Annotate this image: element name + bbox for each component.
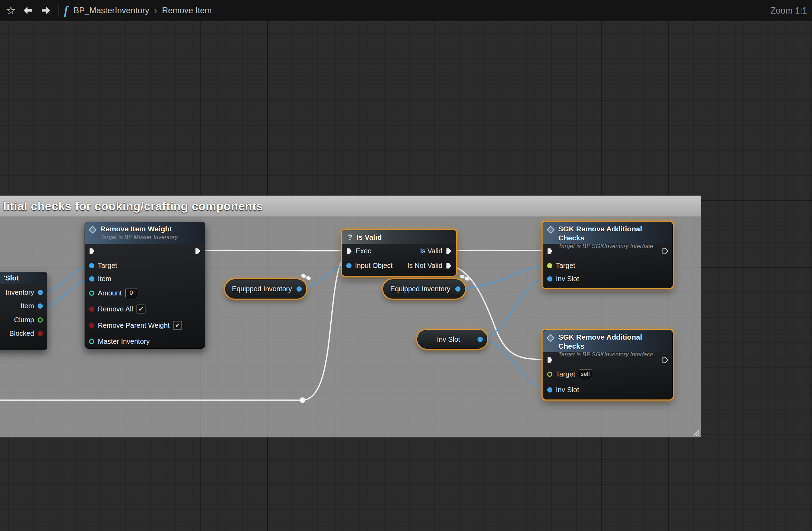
toolbar: ☆ f BP_MasterInventory › Remove Item Zoo… <box>0 0 812 21</box>
object-pin[interactable] <box>89 263 94 268</box>
pin-blocked[interactable]: Blocked <box>9 328 43 339</box>
remove-all-checkbox[interactable]: ✔ <box>136 304 145 314</box>
self-value-box[interactable]: self <box>579 369 592 379</box>
node-title: SGK Remove Additional Checks <box>558 333 668 351</box>
pin-inv-slot[interactable]: Inv Slot <box>547 274 579 284</box>
node-remove-item-weight[interactable]: Remove Item Weight Target is BP Master I… <box>85 222 205 349</box>
node-subtitle: Target is BP SGKInventory Interface <box>558 243 668 250</box>
back-arrow-icon <box>23 6 33 15</box>
float-pin[interactable] <box>38 317 43 323</box>
amount-value-input[interactable]: 0 <box>125 288 137 298</box>
toolbar-divider <box>58 4 59 17</box>
object-pin[interactable] <box>297 286 302 292</box>
exec-out-pin[interactable] <box>662 355 668 365</box>
node-inv-slot[interactable]: Inv Slot <box>417 330 487 349</box>
pin-remove-parent-weight[interactable]: Remove Parent Weight ✔ <box>89 320 182 331</box>
pin-input-object[interactable]: Input Object <box>346 260 393 271</box>
node-subtitle: Target is BP SGKInventory Interface <box>558 351 668 358</box>
function-diamond-icon <box>547 334 555 342</box>
node-title: Is Valid <box>356 233 381 242</box>
bool-pin[interactable] <box>89 323 94 328</box>
pin-is-valid[interactable]: Is Valid <box>420 246 452 256</box>
back-button[interactable] <box>19 2 37 18</box>
pin-inventory[interactable]: Inventory <box>6 287 43 298</box>
object-pin[interactable] <box>38 303 43 309</box>
node-equipped-inventory-2[interactable]: Equipped Inventory <box>383 279 465 299</box>
bool-pin[interactable] <box>89 307 94 312</box>
exec-out-pin[interactable] <box>195 246 201 256</box>
pin-remove-all[interactable]: Remove All ✔ <box>89 304 145 314</box>
struct-pin[interactable] <box>89 339 94 344</box>
pin-amount[interactable]: Amount 0 <box>89 288 137 298</box>
interface-pin[interactable] <box>547 263 552 268</box>
comment-header[interactable]: litial checks for cooking/crafting compo… <box>0 196 701 216</box>
exec-in-pin[interactable] <box>89 246 95 256</box>
pin-exec[interactable]: Exec <box>346 246 371 256</box>
interface-pin[interactable] <box>547 372 552 377</box>
node-equipped-inventory-1[interactable]: Equipped Inventory <box>225 279 306 299</box>
node-title: SGK Remove Additional Checks <box>558 224 668 243</box>
node-sgk-remove-additional-checks-1[interactable]: SGK Remove Additional Checks Target is B… <box>543 222 673 288</box>
node-header[interactable]: ? Is Valid <box>342 230 456 244</box>
bool-pin[interactable] <box>38 331 43 336</box>
comment-title: litial checks for cooking/crafting compo… <box>3 199 263 213</box>
node-title: Remove Item Weight <box>100 224 178 233</box>
exec-out-pin[interactable] <box>662 246 668 256</box>
node-header[interactable]: Remove Item Weight Target is BP Master I… <box>85 222 205 244</box>
remove-parent-weight-checkbox[interactable]: ✔ <box>173 321 182 330</box>
node-slot-partial[interactable]: 'Slot Inventory Item Clump Blocked <box>0 272 47 350</box>
node-header[interactable]: SGK Remove Additional Checks Target is B… <box>543 222 672 244</box>
zoom-indicator: Zoom 1:1 <box>770 0 807 21</box>
breadcrumb-chevron-icon: › <box>154 5 157 16</box>
object-pin[interactable] <box>346 263 352 268</box>
object-pin[interactable] <box>547 387 552 393</box>
pin-target[interactable]: Target self <box>547 369 592 379</box>
object-pin[interactable] <box>478 337 483 342</box>
node-is-valid[interactable]: ? Is Valid Exec Is Valid Input Object Is… <box>342 230 456 276</box>
question-icon: ? <box>348 233 352 242</box>
function-icon: f <box>64 4 68 17</box>
graph-canvas[interactable]: litial checks for cooking/crafting compo… <box>0 0 812 531</box>
pin-inv-slot[interactable]: Inv Slot <box>547 385 579 395</box>
node-header[interactable]: SGK Remove Additional Checks Target is B… <box>543 330 672 352</box>
node-header[interactable]: 'Slot <box>0 272 47 284</box>
function-diamond-icon <box>547 226 555 234</box>
object-pin[interactable] <box>89 276 94 282</box>
node-subtitle: Target is BP Master Inventory <box>100 233 178 241</box>
object-pin[interactable] <box>455 286 460 292</box>
node-sgk-remove-additional-checks-2[interactable]: SGK Remove Additional Checks Target is B… <box>543 330 673 399</box>
pin-item[interactable]: Item <box>89 274 111 284</box>
favorite-star-icon[interactable]: ☆ <box>3 2 19 18</box>
pin-clump[interactable]: Clump <box>14 315 43 325</box>
forward-arrow-icon <box>41 6 51 15</box>
pin-item[interactable]: Item <box>21 301 43 311</box>
pin-is-not-valid[interactable]: Is Not Valid <box>407 260 452 271</box>
pin-target[interactable]: Target <box>89 260 117 271</box>
object-pin[interactable] <box>547 276 552 282</box>
object-pin[interactable] <box>38 290 43 295</box>
breadcrumb-root[interactable]: BP_MasterInventory <box>73 6 149 15</box>
pin-master-inventory[interactable]: Master Inventory <box>89 336 150 347</box>
comment-resize-handle[interactable] <box>692 428 700 436</box>
int-pin[interactable] <box>89 291 94 296</box>
function-diamond-icon <box>89 226 97 234</box>
forward-button[interactable] <box>37 2 55 18</box>
node-title: 'Slot <box>3 274 19 283</box>
exec-in-pin[interactable] <box>547 246 553 256</box>
exec-in-pin[interactable] <box>547 355 553 365</box>
breadcrumb-current[interactable]: Remove Item <box>162 6 212 15</box>
pin-target[interactable]: Target <box>547 260 575 271</box>
